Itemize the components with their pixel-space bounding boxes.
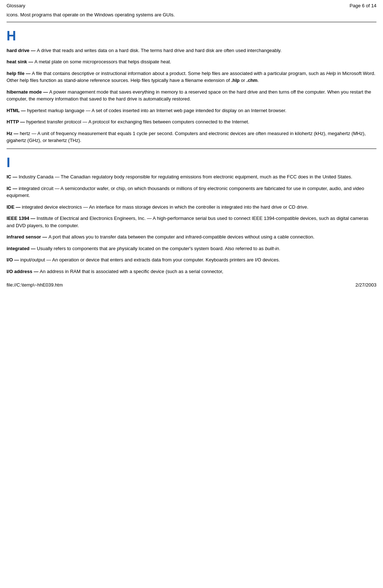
term-heat-sink: heat sink [7,59,27,64]
def-help-file-or: or [240,78,247,83]
term-hard-drive: hard drive [7,48,30,53]
dash-ic2: — [11,186,19,191]
def-hard-drive: A drive that reads and writes data on a … [37,48,282,53]
dash-hz: — [12,131,20,136]
entry-heat-sink: heat sink — A metal plate on some microp… [7,58,376,66]
term-integrated: integrated [7,246,30,251]
def-http: hypertext transfer protocol — A protocol… [26,119,249,125]
def-heat-sink: A metal plate on some microprocessors th… [35,59,171,64]
def-hz: hertz — A unit of frequency measurement … [7,131,366,143]
dash-hibernate-mode: — [42,89,49,95]
term-hz: Hz [7,131,12,136]
def-ic2: integrated circuit — A semiconductor waf… [7,186,364,198]
h-section-divider-top [7,22,376,22]
dash-io-address: — [32,269,40,274]
def-help-file-end: . [258,78,259,83]
entry-io: I/O — input/output — An operation or dev… [7,256,376,264]
term-http: HTTP [7,119,19,125]
def-infrared-sensor: A port that allows you to transfer data … [48,234,314,240]
dash-integrated: — [30,246,37,251]
def-ide: integrated device electronics — An inter… [22,204,308,210]
term-ide: IDE [7,204,15,210]
def-html: hypertext markup language — A set of cod… [27,108,286,113]
page-info: Page 6 of 14 [349,3,376,8]
entry-ic2: IC — integrated circuit — A semiconducto… [7,185,376,199]
def-ieee1394: Institute of Electrical and Electronics … [7,216,368,228]
dash-hard-drive: — [30,48,37,53]
def-help-file-italic: Help [326,71,336,76]
entry-html: HTML — hypertext markup language — A set… [7,107,376,114]
entry-hz: Hz — hertz — A unit of frequency measure… [7,130,376,144]
dash-heat-sink: — [27,59,34,64]
def-help-file-part1: A file that contains descriptive or inst… [32,71,326,76]
entry-ieee1394: IEEE 1394 — Institute of Electrical and … [7,215,376,229]
def-ic1: Industry Canada — The Canadian regulator… [19,174,352,179]
entry-ide: IDE — integrated device electronics — An… [7,204,376,211]
dash-io: — [13,257,20,263]
page-header: Glossary Page 6 of 14 [7,3,376,8]
def-io-address: An address in RAM that is associated wit… [40,269,223,274]
def-help-file-hlp: .hlp [231,78,239,83]
entry-ic1: IC — Industry Canada — The Canadian regu… [7,173,376,181]
dash-html: — [20,108,27,113]
footer-date: 2/27/2003 [355,282,376,288]
def-integrated-part1: Usually refers to components that are ph… [37,246,265,251]
term-help-file: help file [7,71,24,76]
footer-file-path: file://C:\temp\~hhE039.htm [7,282,63,288]
def-integrated-italic: built-in [265,246,279,251]
term-io: I/O [7,257,13,263]
entry-infrared-sensor: infrared sensor — A port that allows you… [7,233,376,241]
dash-help-file: — [24,71,32,76]
entry-io-address: I/O address — An address in RAM that is … [7,268,376,275]
intro-text: icons. Most programs that operate on the… [7,12,376,17]
dash-http: — [19,119,26,125]
entry-hibernate-mode: hibernate mode — A power management mode… [7,88,376,103]
section-i-letter: I [7,155,376,170]
page-title: Glossary [7,3,25,8]
term-ic1: IC [7,174,11,179]
term-ieee1394: IEEE 1394 [7,216,29,221]
dash-ieee1394: — [29,216,36,221]
def-hibernate-mode: A power management mode that saves every… [7,89,371,102]
term-infrared-sensor: infrared sensor [7,234,41,240]
section-h-letter: H [7,29,376,43]
term-html: HTML [7,108,20,113]
term-ic2: IC [7,186,11,191]
entry-help-file: help file — A file that contains descrip… [7,70,376,84]
entry-integrated: integrated — Usually refers to component… [7,245,376,252]
dash-infrared-sensor: — [41,234,48,240]
i-section-divider-top [7,149,376,149]
def-io: input/output — An operation or device th… [20,257,280,263]
def-integrated-end: . [279,246,280,251]
page-wrapper: Glossary Page 6 of 14 icons. Most progra… [0,0,383,588]
dash-ide: — [15,204,22,210]
term-io-address: I/O address [7,269,32,274]
page-footer: file://C:\temp\~hhE039.htm 2/27/2003 [7,282,376,288]
entry-hard-drive: hard drive — A drive that reads and writ… [7,47,376,54]
def-help-file-chm: .chm [246,78,257,83]
dash-ic1: — [11,174,19,179]
entry-http: HTTP — hypertext transfer protocol — A p… [7,118,376,126]
term-hibernate-mode: hibernate mode [7,89,42,95]
